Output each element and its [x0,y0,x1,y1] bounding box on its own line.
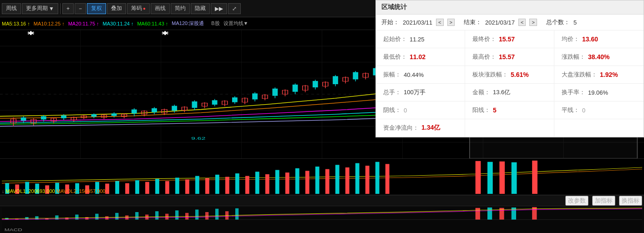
params-btn[interactable]: 改参数 [565,196,588,206]
svg-rect-144 [215,175,219,194]
volume-area: ↓ MAVOL1: 200693.000 MAVOL2: 150457.000 … [0,158,644,195]
svg-rect-142 [195,176,199,194]
jianyue-btn[interactable]: 简约 [171,3,190,14]
svg-rect-76 [313,81,318,87]
ma30-label: MA30:11.24 ↑ [103,21,134,26]
svg-rect-150 [275,170,279,194]
add-indicator-btn[interactable]: 加指标 [592,196,615,206]
svg-rect-135 [125,183,129,194]
stats-cell: 涨跌幅：38.40% [554,48,644,66]
stats-cell: 金额：13.6亿 [465,84,554,101]
macd-svg: MACD [2,207,642,232]
period-dropdown-icon: ▼ [49,5,54,12]
svg-rect-160 [375,162,380,194]
svg-rect-72 [293,85,298,92]
svg-rect-56 [212,100,218,105]
svg-rect-194 [487,208,492,220]
svg-rect-68 [272,89,278,96]
mavol1-label: MAVOL1: 200693.000 [6,188,56,194]
huaxian-btn[interactable]: 画线 [151,3,170,14]
volume-label: ↓ MAVOL1: 200693.000 MAVOL2: 150457.000 … [2,188,109,194]
svg-rect-146 [235,173,239,194]
stats-cell [554,119,644,137]
stats-cell: 均价：13.60 [554,30,644,48]
svg-rect-44 [152,108,157,112]
stats-cell: 阴线：0 [376,101,465,119]
svg-rect-40 [132,109,137,113]
yincang-btn[interactable]: 隐藏 [191,3,210,14]
svg-rect-147 [245,176,249,194]
expand-btn[interactable]: ▶▶ [211,3,227,14]
period-more-btn[interactable]: 更多周期 ▼ [22,3,58,14]
fuquan-btn[interactable]: 复权 [87,3,106,14]
svg-rect-84 [353,72,358,80]
svg-rect-159 [365,166,370,194]
ma120-label: MA120:深股通 [172,20,204,27]
stats-panel: 区域统计 开始： 2021/03/11 < > 结束： 2021/03/17 <… [375,30,644,137]
svg-rect-166 [532,161,538,194]
svg-rect-180 [115,213,118,220]
svg-rect-52 [192,101,198,108]
svg-rect-151 [285,172,289,194]
svg-rect-153 [305,171,309,194]
chart-bottom-toolbar: 改参数 加指标 换指标 [0,195,644,206]
svg-rect-163 [487,162,493,194]
ma60-label: MA60:11.43 ↑ [137,21,168,26]
svg-rect-136 [135,180,139,194]
stats-cell: 起始价：11.25 [376,30,465,48]
stats-cell: 最低价：11.02 [376,48,465,66]
svg-rect-32 [91,114,96,116]
fullscreen-btn[interactable]: ⤢ [228,3,241,14]
svg-rect-157 [345,167,350,194]
chouma-btn[interactable]: 筹码 ● [127,3,150,14]
zoom-in-btn[interactable]: + [62,3,74,14]
zoom-out-btn[interactable]: − [75,3,86,14]
svg-rect-188 [195,210,198,220]
svg-rect-26 [61,116,66,118]
ma5-label: MA5:13.16 ↑ [2,21,30,26]
stats-grid: 起始价：11.25最终价：15.57均价：13.60最低价：11.02最高价：1… [376,30,644,137]
svg-rect-161 [385,164,390,194]
svg-rect-48 [172,106,177,111]
ma10-label: MA10:12.25 ↑ [34,21,65,26]
bshare-label: B股 [211,20,219,27]
svg-rect-156 [335,165,340,194]
period-more-label: 更多周期 [26,5,48,12]
macd-area: MACD [0,206,644,233]
svg-rect-140 [175,177,179,194]
svg-rect-145 [225,177,229,194]
stats-cell: 阳线：5 [465,101,554,119]
mavol2-label: MAVOL2: 150457.000 [56,188,107,194]
stats-cell: 最终价：15.57 [465,30,554,48]
stats-cell: 资金净流向：1.34亿 [376,119,465,137]
stats-cell: 换手率：19.06% [554,84,644,101]
chouma-dot: ● [143,6,146,11]
svg-rect-181 [125,215,128,219]
svg-rect-80 [333,76,338,84]
stats-cell [465,119,554,137]
svg-rect-137 [145,182,149,194]
svg-text:MACD: MACD [5,228,22,232]
period-week-btn[interactable]: 周线 [2,3,21,14]
svg-rect-36 [112,113,117,116]
svg-rect-154 [315,167,319,194]
svg-rect-182 [135,212,138,220]
stats-cell: 大盘涨跌幅：1.92% [554,66,644,84]
switch-indicator-btn[interactable]: 换指标 [619,196,642,206]
svg-text:9.62: 9.62 [191,136,206,141]
svg-rect-178 [95,214,98,220]
svg-rect-162 [476,161,481,194]
stats-cell: 平线：0 [554,101,644,119]
svg-rect-18 [21,117,26,121]
svg-rect-184 [155,211,158,219]
svg-rect-134 [115,181,119,194]
dieja-btn[interactable]: 叠加 [107,3,126,14]
stats-cell: 总手：100万手 [376,84,465,101]
svg-rect-193 [476,208,480,220]
svg-rect-165 [512,162,517,194]
svg-rect-189 [205,212,208,220]
settings-label[interactable]: 设置均线▼ [223,20,248,27]
svg-rect-152 [295,168,299,194]
svg-rect-149 [265,174,269,194]
stats-cell: 振幅：40.44% [376,66,465,84]
